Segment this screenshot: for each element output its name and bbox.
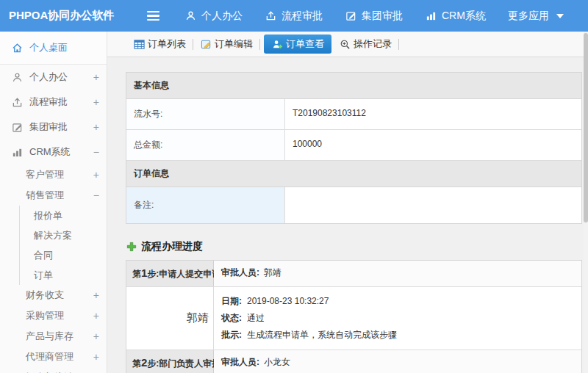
sidebar-item-personal-office[interactable]: 个人办公 + [0,65,107,90]
remark-label: 备注: [126,187,285,223]
sidebar-item-label: 个人办公 [29,70,93,84]
scrollbar[interactable] [584,32,588,373]
sidebar-item-label: 产品与库存 [26,330,93,343]
bar-chart-icon [11,147,23,158]
sidebar-item-label: 订单 [34,269,99,282]
sidebar-item-label: 报价单 [34,209,99,222]
content-area: 基本信息 流水号: T20190823103112 总金额: 100000 订单… [107,57,588,373]
sidebar-item-personal-desktop[interactable]: 个人桌面 [0,32,107,65]
view-icon [271,39,283,50]
caret-down-icon [554,14,566,18]
person-icon [184,10,196,21]
sidebar-item-quotation[interactable]: 报价单 [20,206,107,225]
sidebar-item-label: 解决方案 [34,229,99,242]
top-nav: 个人办公 流程审批 集团审批 CRM系统 更多应用 [184,10,566,23]
sidebar-item-label: 集团审批 [29,120,93,134]
remark-value [285,187,581,223]
approver-label: 审批人员: [221,357,259,367]
collapse-icon[interactable]: − [93,189,99,201]
nav-workflow-approval[interactable]: 流程审批 [265,10,323,23]
tab-separator [398,39,399,50]
expand-icon[interactable]: + [93,96,99,108]
tab-order-edit[interactable]: 订单编辑 [195,35,258,54]
step-approver: 审批人员:小龙女 [214,350,581,373]
step-title: 第1步:申请人提交申请 [126,261,214,286]
nav-label: 个人办公 [201,10,243,23]
expand-icon[interactable]: + [93,330,99,342]
approver-name: 郭靖 [264,267,282,278]
sidebar-item-customer-mgmt[interactable]: 客户管理 + [0,164,107,185]
home-icon [11,43,23,54]
sidebar-item-label: 合同 [34,249,99,262]
step-approver: 审批人员:郭靖 [214,261,581,286]
table-row: 郭靖 日期:2019-08-23 10:32:27 状态:通过 批示:生成流程申… [126,287,581,350]
edit-icon [345,10,356,21]
expand-icon[interactable]: + [93,310,99,322]
sidebar-item-finance[interactable]: 财务收支 + [0,285,107,305]
nav-label: 集团审批 [362,10,403,23]
section-header-basic-info: 基本信息 [126,73,581,99]
sidebar-item-crm[interactable]: CRM系统 − [0,140,107,164]
magnifier-plus-icon [339,39,351,50]
sidebar-item-label: 流程审批 [29,95,93,109]
tab-order-view[interactable]: 订单查看 [264,35,331,54]
top-header: PHPOA协同办公软件 个人办公 流程审批 集团审批 [0,0,588,32]
expand-icon[interactable]: + [93,121,99,133]
total-amount-label: 总金额: [126,130,285,160]
total-amount-value: 100000 [285,130,581,160]
approver-name: 小龙女 [264,357,290,367]
expand-icon[interactable]: + [93,351,99,363]
main-area: 订单列表 订单编辑 订单查看 [107,32,588,373]
expand-icon[interactable]: + [93,169,99,181]
main-layout: 个人桌面 个人办公 + 流程审批 + 集团审批 [0,32,588,373]
sidebar-item-label: 财务收支 [26,289,93,302]
sidebar-item-reports[interactable]: 报表与统计 [0,367,107,373]
tab-operation-log[interactable]: 操作记录 [334,35,397,54]
table-row: 第1步:申请人提交申请 审批人员:郭靖 [126,261,581,287]
tab-order-list[interactable]: 订单列表 [128,35,191,54]
person-icon [11,72,23,83]
nav-label: 更多应用 [508,10,549,23]
progress-title: 流程办理进度 [141,240,203,253]
nav-crm-system[interactable]: CRM系统 [425,10,486,23]
nav-personal-office[interactable]: 个人办公 [184,10,243,23]
sidebar-item-purchase[interactable]: 采购管理 + [0,305,107,326]
app-window: PHPOA协同办公软件 个人办公 流程审批 集团审批 [0,0,588,373]
edit-doc-icon [200,39,212,50]
sidebar-item-group-approval[interactable]: 集团审批 + [0,115,107,140]
tab-bar: 订单列表 订单编辑 订单查看 [107,32,588,57]
nav-label: CRM系统 [442,10,486,23]
sidebar-item-order[interactable]: 订单 [20,265,107,285]
bar-chart-icon [425,10,437,21]
sidebar-submenu-sales: 报价单 解决方案 合同 订单 [19,206,107,285]
collapse-icon[interactable]: − [93,146,99,158]
tab-label: 订单查看 [286,37,324,51]
field-comment: 批示:生成流程申请单，系统自动完成该步骤 [221,327,574,344]
progress-table: 第1步:申请人提交申请 审批人员:郭靖 郭靖 日期:2019-08-23 10:… [126,260,582,373]
sidebar-item-label: 个人桌面 [29,41,99,54]
sidebar-item-solution[interactable]: 解决方案 [20,225,107,245]
sidebar-item-label: 客户管理 [26,168,93,181]
sidebar-item-label: 采购管理 [26,309,93,322]
expand-icon[interactable]: + [93,289,99,301]
plus-icon [126,242,137,252]
table-row: 备注: [126,187,581,223]
sidebar-item-contract[interactable]: 合同 [20,245,107,265]
menu-toggle-icon[interactable] [147,11,159,21]
serial-number-value: T20190823103112 [285,99,581,129]
app-logo[interactable]: PHPOA协同办公软件 [0,9,109,23]
sidebar-item-sales-mgmt[interactable]: 销售管理 − [0,185,107,206]
sidebar-item-label: 代理商管理 [26,350,93,363]
sidebar-item-product-inventory[interactable]: 产品与库存 + [0,326,107,347]
table-row: 流水号: T20190823103112 [126,99,581,130]
nav-more-apps[interactable]: 更多应用 [508,10,566,23]
scrollbar-thumb[interactable] [584,33,588,222]
sidebar-item-label: 销售管理 [26,189,93,202]
table-row: 第2步:部门负责人审批 审批人员:小龙女 [126,350,581,373]
edit-icon [11,122,23,133]
order-info-table: 基本信息 流水号: T20190823103112 总金额: 100000 订单… [126,72,582,224]
sidebar-item-workflow-approval[interactable]: 流程审批 + [0,90,107,115]
expand-icon[interactable]: + [93,71,99,83]
sidebar-item-agent-mgmt[interactable]: 代理商管理 + [0,347,107,367]
nav-group-approval[interactable]: 集团审批 [345,10,403,23]
